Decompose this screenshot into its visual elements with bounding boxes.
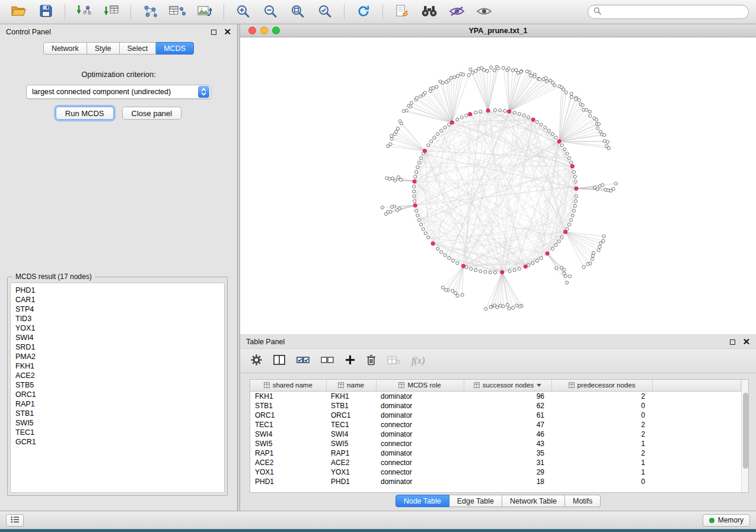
table-row[interactable]: SWI4SWI4dominator462: [250, 430, 741, 439]
network-canvas[interactable]: [240, 37, 756, 334]
copy-style-button[interactable]: [391, 3, 413, 21]
table-settings-button[interactable]: [251, 353, 262, 368]
cell-name[interactable]: SWI5: [326, 439, 376, 448]
cell-role[interactable]: connector: [376, 458, 464, 467]
cell-predecessors[interactable]: 0: [551, 477, 652, 486]
column-header-shared-name[interactable]: shared name: [250, 380, 326, 391]
column-header-name[interactable]: name: [326, 380, 376, 391]
cell-predecessors[interactable]: 2: [551, 448, 652, 458]
maximize-window-icon[interactable]: [272, 27, 280, 34]
table-row[interactable]: TEC1TEC1connector472: [250, 420, 741, 430]
mcds-result-item[interactable]: STP4: [11, 305, 224, 314]
export-image-button[interactable]: [193, 3, 216, 21]
close-window-icon[interactable]: [248, 27, 256, 34]
column-header-mcds-role[interactable]: MCDS role: [376, 380, 464, 391]
tab-network[interactable]: Network: [43, 42, 87, 55]
cell-empty[interactable]: [652, 401, 741, 411]
cell-empty[interactable]: [652, 439, 741, 448]
cell-name[interactable]: STB1: [326, 401, 376, 411]
cell-role[interactable]: dominator: [376, 477, 464, 486]
cell-successors[interactable]: 29: [464, 467, 551, 477]
mcds-result-item[interactable]: SRD1: [11, 342, 224, 352]
mcds-result-item[interactable]: CAR1: [11, 295, 224, 305]
cell-shared-name[interactable]: FKH1: [250, 391, 326, 401]
select-all-button[interactable]: [296, 353, 310, 368]
cell-successors[interactable]: 43: [464, 439, 551, 448]
mcds-result-item[interactable]: SWI4: [11, 333, 224, 342]
zoom-out-button[interactable]: [259, 3, 282, 21]
zoom-selected-button[interactable]: [314, 3, 336, 21]
cell-name[interactable]: FKH1: [326, 391, 376, 401]
cell-name[interactable]: TEC1: [326, 420, 376, 430]
show-details-button[interactable]: [473, 3, 495, 21]
mcds-result-item[interactable]: STB5: [11, 380, 224, 390]
mcds-result-item[interactable]: PMA2: [11, 352, 224, 361]
zoom-in-button[interactable]: [232, 3, 254, 21]
cell-successors[interactable]: 61: [464, 411, 551, 420]
cell-empty[interactable]: [652, 448, 741, 458]
cell-role[interactable]: dominator: [376, 391, 464, 401]
table-row[interactable]: STB1STB1dominator620: [250, 401, 741, 411]
deselect-all-button[interactable]: [321, 353, 334, 368]
table-row[interactable]: FKH1FKH1dominator962: [250, 391, 741, 401]
cell-name[interactable]: SWI4: [326, 430, 376, 439]
mcds-result-item[interactable]: ORC1: [11, 390, 224, 399]
cell-empty[interactable]: [652, 420, 741, 430]
table-scrollbar[interactable]: [741, 380, 748, 492]
import-network-file-button[interactable]: [73, 3, 95, 21]
float-table-panel-icon[interactable]: [730, 339, 735, 345]
cell-shared-name[interactable]: STB1: [250, 401, 326, 411]
tab-node-table[interactable]: Node Table: [395, 495, 449, 507]
column-header-successor-nodes[interactable]: successor nodes: [464, 380, 551, 391]
tab-motifs[interactable]: Motifs: [565, 495, 601, 507]
cell-empty[interactable]: [652, 430, 741, 439]
minimize-window-icon[interactable]: [260, 27, 268, 34]
tab-network-table[interactable]: Network Table: [502, 495, 565, 507]
cell-role[interactable]: connector: [376, 420, 464, 430]
import-table-file-button[interactable]: [100, 3, 123, 21]
cell-shared-name[interactable]: RAP1: [250, 448, 326, 458]
network-titlebar[interactable]: YPA_prune.txt_1: [240, 24, 756, 37]
cell-predecessors[interactable]: 2: [551, 420, 652, 430]
cell-successors[interactable]: 31: [464, 458, 551, 467]
cell-shared-name[interactable]: PHD1: [250, 477, 326, 486]
cell-predecessors[interactable]: 1: [551, 467, 652, 477]
cell-successors[interactable]: 35: [464, 448, 551, 458]
close-table-panel-icon[interactable]: ✕: [742, 339, 750, 345]
cell-empty[interactable]: [652, 391, 741, 401]
mcds-result-item[interactable]: TID3: [11, 314, 224, 323]
mcds-result-item[interactable]: SWI5: [11, 418, 224, 428]
scrollbar-thumb[interactable]: [743, 393, 748, 469]
cell-role[interactable]: dominator: [376, 448, 464, 458]
cell-role[interactable]: connector: [376, 467, 464, 477]
table-row[interactable]: RAP1RAP1dominator352: [250, 448, 741, 458]
table-row[interactable]: ORC1ORC1dominator610: [250, 411, 741, 420]
show-columns-button[interactable]: [273, 353, 285, 368]
mcds-result-item[interactable]: FKH1: [11, 361, 224, 371]
tab-edge-table[interactable]: Edge Table: [449, 495, 502, 507]
table-row[interactable]: YOX1YOX1connector291: [250, 467, 741, 477]
panel-menu-button[interactable]: [6, 514, 24, 527]
cell-role[interactable]: dominator: [376, 411, 464, 420]
cell-name[interactable]: RAP1: [326, 448, 376, 458]
cell-shared-name[interactable]: SWI4: [250, 430, 326, 439]
memory-button[interactable]: Memory: [703, 514, 750, 527]
mcds-result-list[interactable]: PHD1CAR1STP4TID3YOX1SWI4SRD1PMA2FKH1ACE2…: [10, 283, 225, 493]
cell-role[interactable]: dominator: [376, 430, 464, 439]
cell-empty[interactable]: [652, 467, 741, 477]
mcds-result-item[interactable]: STB1: [11, 409, 224, 418]
mcds-result-item[interactable]: ACE2: [11, 371, 224, 380]
cell-empty[interactable]: [652, 477, 741, 486]
cell-predecessors[interactable]: 2: [551, 391, 652, 401]
cell-name[interactable]: PHD1: [326, 477, 376, 486]
tab-select[interactable]: Select: [120, 42, 157, 55]
mcds-result-item[interactable]: PHD1: [11, 286, 224, 295]
cell-shared-name[interactable]: ORC1: [250, 411, 326, 420]
cell-successors[interactable]: 62: [464, 401, 551, 411]
criterion-dropdown[interactable]: largest connected component (undirected): [26, 85, 211, 99]
mcds-result-item[interactable]: YOX1: [11, 323, 224, 333]
hide-details-button[interactable]: [445, 3, 468, 21]
cell-name[interactable]: ACE2: [326, 458, 376, 467]
cell-predecessors[interactable]: 0: [551, 411, 652, 420]
cell-empty[interactable]: [652, 458, 741, 467]
